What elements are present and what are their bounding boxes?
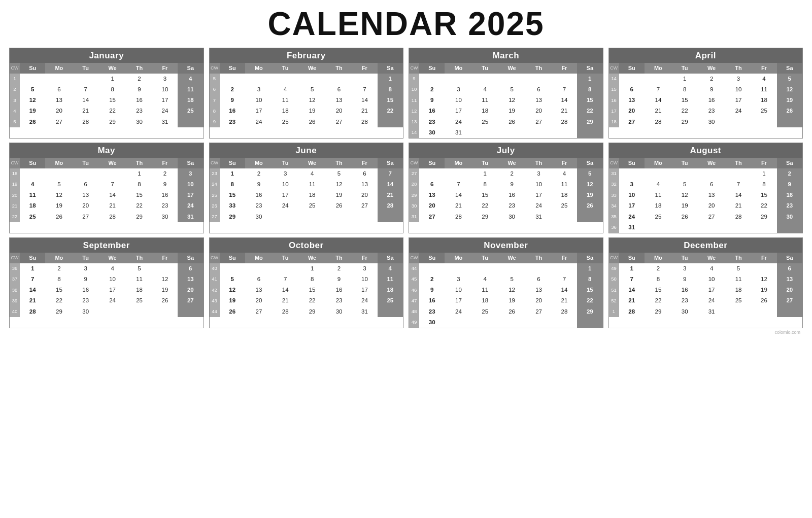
day-cell: 28 — [73, 117, 98, 127]
sa-column-header: Sa — [777, 63, 802, 74]
day-cell: 22 — [45, 295, 73, 306]
day-column-header-fr: Fr — [352, 253, 377, 263]
day-column-header-we: We — [498, 253, 526, 263]
cw-cell: 20 — [10, 190, 20, 200]
day-cell: 17 — [352, 285, 377, 295]
day-column-header-mo: Mo — [45, 253, 73, 263]
day-cell: 8 — [98, 84, 127, 95]
day-cell: 12 — [45, 190, 73, 200]
day-column-header-we: We — [298, 158, 326, 168]
week-row: 41567891011 — [210, 274, 403, 285]
sunday-cell: 23 — [419, 306, 445, 317]
day-cell: 7 — [352, 84, 377, 95]
sunday-cell: 29 — [220, 212, 245, 222]
cw-cell: 9 — [210, 117, 220, 127]
day-cell: 22 — [298, 295, 326, 306]
day-cell: 27 — [73, 212, 98, 222]
day-cell — [751, 222, 776, 233]
day-column-header-mo: Mo — [445, 63, 472, 74]
day-cell: 15 — [298, 285, 326, 295]
week-row: 452345678 — [409, 274, 603, 285]
day-column-header-mo: Mo — [645, 63, 672, 74]
saturday-cell: 25 — [378, 295, 403, 306]
cw-cell: 26 — [210, 200, 220, 211]
day-cell: 6 — [697, 179, 726, 190]
cw-cell: 44 — [409, 263, 419, 274]
saturday-cell: 16 — [777, 190, 802, 200]
day-cell: 29 — [298, 306, 326, 317]
day-cell: 13 — [245, 285, 273, 295]
cw-cell: 35 — [609, 212, 619, 222]
day-cell: 18 — [645, 200, 672, 211]
saturday-cell: 22 — [577, 295, 602, 306]
day-cell: 2 — [245, 168, 273, 179]
day-cell: 20 — [73, 200, 98, 211]
day-cell: 5 — [672, 179, 697, 190]
day-cell: 17 — [98, 285, 127, 295]
week-row: 24891011121314 — [210, 179, 403, 190]
cw-cell: 51 — [609, 285, 619, 295]
day-cell: 2 — [152, 168, 178, 179]
day-cell: 24 — [352, 295, 377, 306]
day-cell: 2 — [697, 74, 726, 84]
cw-cell: 5 — [210, 74, 220, 84]
cw-column-header: CW — [609, 63, 619, 74]
saturday-cell: 31 — [178, 212, 203, 222]
cw-cell: 11 — [409, 95, 419, 106]
cw-column-header: CW — [210, 158, 220, 168]
day-cell: 27 — [352, 200, 377, 211]
saturday-cell — [577, 212, 602, 222]
sa-column-header: Sa — [577, 158, 602, 168]
day-cell: 8 — [298, 274, 326, 285]
day-cell: 21 — [273, 295, 298, 306]
day-cell: 18 — [552, 190, 577, 200]
sunday-cell — [419, 263, 445, 274]
day-cell: 24 — [245, 117, 273, 127]
cw-column-header: CW — [609, 253, 619, 263]
week-row: 4716171819202122 — [409, 295, 603, 306]
sunday-cell: 27 — [419, 212, 445, 222]
sunday-cell: 6 — [419, 179, 445, 190]
cw-cell: 44 — [210, 306, 220, 317]
saturday-cell: 13 — [777, 274, 802, 285]
day-column-header-fr: Fr — [552, 63, 577, 74]
week-row: 1720212223242526 — [609, 106, 803, 116]
month-header-january: January — [10, 48, 204, 63]
day-cell: 19 — [152, 285, 178, 295]
cw-column-header: CW — [609, 158, 619, 168]
day-cell: 12 — [498, 95, 526, 106]
day-cell: 25 — [472, 117, 497, 127]
day-cell — [73, 168, 98, 179]
day-cell — [552, 317, 577, 328]
sunday-cell: 6 — [619, 84, 645, 95]
week-row: 49123456 — [609, 263, 803, 274]
day-cell: 11 — [298, 179, 326, 190]
day-cell: 16 — [73, 285, 98, 295]
day-cell: 13 — [45, 95, 73, 106]
day-cell: 21 — [645, 106, 672, 116]
day-cell: 16 — [326, 285, 352, 295]
day-cell: 3 — [726, 74, 751, 84]
day-cell: 12 — [326, 179, 352, 190]
day-cell: 2 — [45, 263, 73, 274]
day-column-header-we: We — [98, 63, 127, 74]
day-cell: 20 — [326, 106, 352, 116]
su-column-header: Su — [20, 158, 45, 168]
week-row: 441 — [409, 263, 603, 274]
day-cell: 3 — [273, 168, 298, 179]
day-cell: 10 — [152, 84, 178, 95]
week-row: 312131415161718 — [10, 95, 204, 106]
day-cell: 10 — [445, 285, 472, 295]
week-row: 816171819202122 — [210, 106, 403, 116]
cw-cell: 40 — [210, 263, 220, 274]
saturday-cell: 8 — [577, 274, 602, 285]
cw-cell: 37 — [10, 274, 20, 285]
day-cell: 18 — [751, 95, 776, 106]
cw-cell: 6 — [210, 84, 220, 95]
saturday-cell: 29 — [577, 117, 602, 127]
day-cell: 8 — [472, 179, 497, 190]
sunday-cell: 20 — [419, 200, 445, 211]
month-header-july: July — [409, 143, 603, 158]
cw-cell: 22 — [10, 212, 20, 222]
day-cell: 3 — [152, 74, 178, 84]
